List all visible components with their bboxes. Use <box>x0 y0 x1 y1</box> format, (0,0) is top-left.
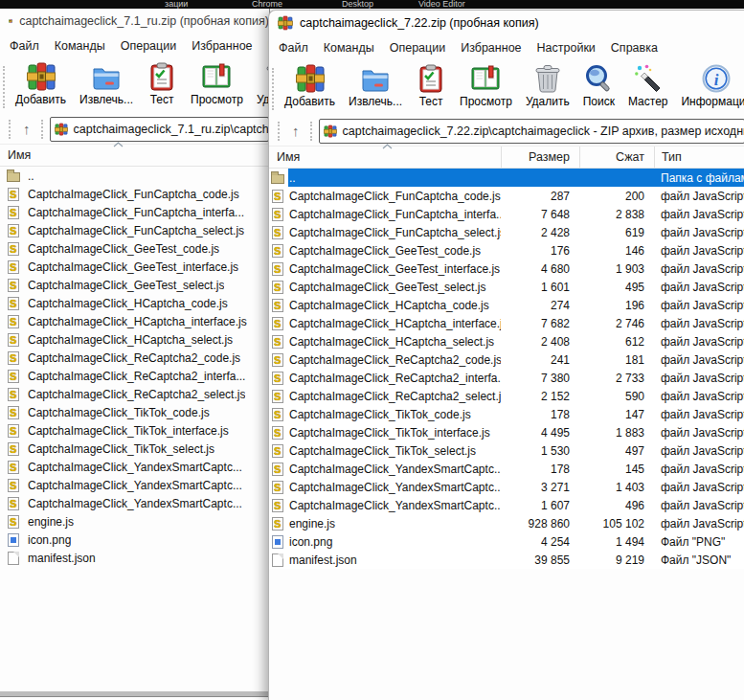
file-row[interactable]: CaptchaImageClick_ReCaptcha2_interfa... … <box>269 369 744 387</box>
file-row[interactable]: CaptchaImageClick_FunCaptcha_select.js 2… <box>269 223 744 241</box>
extract-button[interactable]: Извлечь... <box>342 61 409 111</box>
extract-button[interactable]: Извлечь... <box>73 59 140 109</box>
address-combo[interactable]: captchaimageclick_7.1_ru.zip\captcha <box>50 117 270 142</box>
file-row[interactable]: CaptchaImageClick_YandexSmartCaptc... <box>0 476 269 494</box>
file-row[interactable]: CaptchaImageClick_HCaptcha_select.js <box>0 330 269 349</box>
file-rows: CaptchaImageClick_FunCaptcha_code.js 287… <box>269 187 744 569</box>
file-row[interactable]: CaptchaImageClick_YandexSmartCaptc... 17… <box>269 460 744 478</box>
file-row[interactable]: CaptchaImageClick_FunCaptcha_code.js 287… <box>269 187 744 205</box>
address-row: ↑ captchaimageclick_7.22.zip\captchaimag… <box>269 116 744 146</box>
file-row[interactable]: CaptchaImageClick_YandexSmartCaptc... 3 … <box>269 478 744 496</box>
menu-item[interactable]: Файл <box>2 36 47 56</box>
file-row[interactable]: CaptchaImageClick_ReCaptcha2_code.js <box>0 349 269 367</box>
column-header-size[interactable]: Размер <box>501 147 579 168</box>
file-row[interactable]: CaptchaImageClick_YandexSmartCaptc... <box>0 494 269 512</box>
taskbar-item[interactable]: зации <box>165 0 188 9</box>
menu-item[interactable]: Справка <box>603 38 665 57</box>
file-row[interactable]: CaptchaImageClick_ReCaptcha2_select.js 2… <box>269 387 744 405</box>
column-header-name[interactable]: Имя <box>269 147 501 168</box>
add-button[interactable]: Добавить <box>9 59 73 109</box>
menu-item[interactable]: Файл <box>271 38 316 57</box>
file-row[interactable]: CaptchaImageClick_HCaptcha_interface.js <box>0 312 269 330</box>
file-type-icon <box>5 221 22 239</box>
file-row[interactable]: manifest.json <box>0 549 269 567</box>
file-row[interactable]: CaptchaImageClick_HCaptcha_code.js <box>0 294 269 312</box>
file-row[interactable]: icon.png <box>0 531 269 549</box>
file-row[interactable]: CaptchaImageClick_FunCaptcha_interfa... … <box>269 205 744 223</box>
winrar-window-front: captchaimageclick_7.22.zip (пробная копи… <box>268 10 744 700</box>
address-gripper[interactable] <box>278 122 282 141</box>
file-type-icon <box>269 241 286 260</box>
delete-button[interactable]: Удалить <box>519 61 576 111</box>
file-row[interactable]: CaptchaImageClick_TikTok_interface.js 4 … <box>269 423 744 441</box>
file-row[interactable]: CaptchaImageClick_TikTok_select.js 1 530… <box>269 441 744 460</box>
file-row[interactable]: engine.js <box>0 512 269 531</box>
file-row[interactable]: CaptchaImageClick_GeeTest_select.js <box>0 276 269 294</box>
add-button[interactable]: Добавить <box>278 61 342 111</box>
file-row[interactable]: CaptchaImageClick_FunCaptcha_code.js <box>0 185 269 203</box>
column-header-name[interactable]: Имя <box>0 145 31 166</box>
toolbar-gripper[interactable] <box>3 66 5 108</box>
delete-button[interactable]: Удалить <box>250 59 270 109</box>
parent-folder-row[interactable]: .. <box>0 167 269 185</box>
taskbar-item-video-editor[interactable]: Video Editor <box>418 0 465 9</box>
title-bar[interactable]: captchaimageclick_7.1_ru.zip (пробная ко… <box>0 9 269 34</box>
parent-folder-row-selected[interactable]: .. Папка с файлами <box>269 169 744 187</box>
file-row[interactable]: icon.png 4 254 1 494 Файл "PNG" <box>269 532 744 551</box>
file-row[interactable]: CaptchaImageClick_GeeTest_interface.js 4… <box>269 260 744 278</box>
test-button[interactable]: Тест <box>140 59 184 109</box>
file-row[interactable]: CaptchaImageClick_ReCaptcha2_select.js <box>0 385 269 403</box>
file-row[interactable]: CaptchaImageClick_GeeTest_select.js 1 60… <box>269 278 744 296</box>
view-button[interactable]: Просмотр <box>453 61 519 111</box>
up-arrow-button[interactable]: ↑ <box>286 122 305 141</box>
file-row[interactable]: CaptchaImageClick_TikTok_code.js <box>0 403 269 421</box>
up-arrow-button[interactable]: ↑ <box>17 120 36 139</box>
file-row[interactable]: CaptchaImageClick_TikTok_select.js <box>0 440 269 458</box>
file-type-icon <box>269 423 286 441</box>
menu-item[interactable]: Операции <box>382 38 453 57</box>
menu-item[interactable]: Операции <box>113 36 184 56</box>
toolbar-gripper[interactable] <box>272 68 274 110</box>
menu-item[interactable]: Команды <box>316 38 382 57</box>
wizard-button[interactable]: Мастер <box>621 61 675 111</box>
cell-size <box>501 169 579 187</box>
file-row[interactable]: CaptchaImageClick_HCaptcha_select.js 2 4… <box>269 332 744 350</box>
menu-item[interactable]: Избранное <box>184 36 259 56</box>
file-row[interactable]: CaptchaImageClick_TikTok_code.js 178 147… <box>269 405 744 423</box>
file-row[interactable]: CaptchaImageClick_ReCaptcha2_code.js 241… <box>269 350 744 369</box>
search-button[interactable]: Поиск <box>576 61 621 111</box>
menu-item[interactable]: Настройки <box>530 38 603 57</box>
column-header-packed[interactable]: Сжат <box>579 147 654 168</box>
file-row[interactable]: CaptchaImageClick_HCaptcha_code.js 274 1… <box>269 296 744 314</box>
file-row[interactable]: CaptchaImageClick_YandexSmartCaptc... 1 … <box>269 496 744 514</box>
file-type-icon <box>5 239 22 258</box>
address-gripper[interactable] <box>310 122 314 141</box>
file-row[interactable]: manifest.json 39 855 9 219 Файл "JSON" <box>269 551 744 569</box>
menu-item[interactable]: Избранное <box>453 38 529 57</box>
address-combo[interactable]: captchaimageclick_7.22.zip\captchaimagec… <box>319 119 744 144</box>
file-row[interactable]: CaptchaImageClick_FunCaptcha_select.js <box>0 221 269 239</box>
test-button[interactable]: Тест <box>409 61 453 111</box>
column-header-type[interactable]: Тип <box>654 147 744 168</box>
info-button[interactable]: Информация <box>674 61 744 111</box>
taskbar-item-chrome[interactable]: Chrome <box>252 0 282 9</box>
file-row[interactable]: CaptchaImageClick_ReCaptcha2_interfa... <box>0 367 269 385</box>
file-row[interactable]: CaptchaImageClick_HCaptcha_interface.js … <box>269 314 744 332</box>
winrar-archive-icon <box>324 124 337 138</box>
file-row[interactable]: CaptchaImageClick_YandexSmartCaptc... <box>0 458 269 476</box>
file-type-icon <box>5 203 22 221</box>
file-row[interactable]: CaptchaImageClick_GeeTest_code.js 176 14… <box>269 241 744 260</box>
file-row[interactable]: CaptchaImageClick_FunCaptcha_interfa... <box>0 203 269 221</box>
file-row[interactable]: CaptchaImageClick_GeeTest_code.js <box>0 239 269 258</box>
view-button[interactable]: Просмотр <box>184 59 250 109</box>
title-bar[interactable]: captchaimageclick_7.22.zip (пробная копи… <box>269 11 744 35</box>
file-row[interactable]: CaptchaImageClick_TikTok_interface.js <box>0 421 269 440</box>
folder-extract-icon <box>91 61 122 92</box>
address-gripper[interactable] <box>41 120 45 139</box>
address-gripper[interactable] <box>9 120 12 139</box>
taskbar-item-desktop[interactable]: Desktop <box>342 0 373 9</box>
file-row[interactable]: engine.js 928 860 105 102 файл JavaScrip… <box>269 514 744 532</box>
file-row[interactable]: CaptchaImageClick_GeeTest_interface.js <box>0 258 269 276</box>
menu-bar: ФайлКомандыОперацииИзбранноеНастройки <box>0 34 269 57</box>
menu-item[interactable]: Команды <box>47 36 113 56</box>
